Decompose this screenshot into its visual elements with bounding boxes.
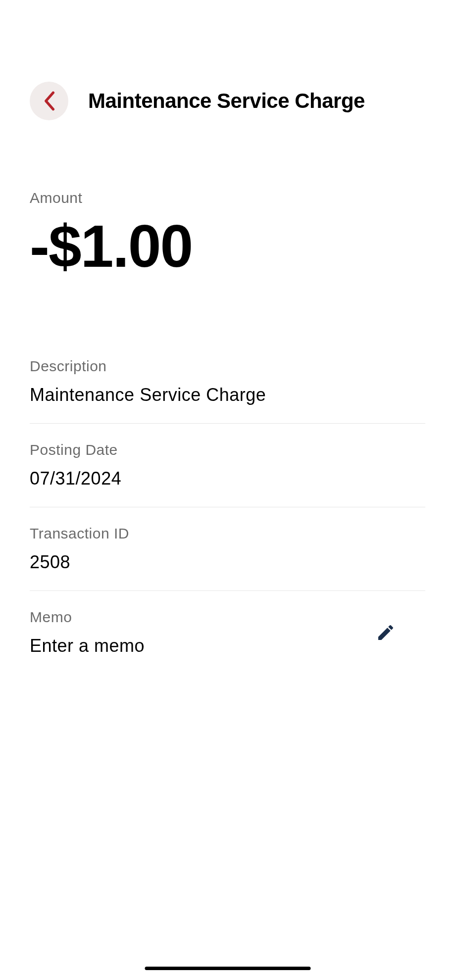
amount-section: Amount -$1.00	[30, 190, 425, 276]
transaction-id-value: 2508	[30, 552, 425, 573]
chevron-left-icon	[42, 91, 56, 111]
page-title: Maintenance Service Charge	[88, 89, 365, 113]
back-button[interactable]	[30, 82, 68, 120]
memo-label: Memo	[30, 609, 376, 626]
description-label: Description	[30, 358, 425, 375]
transaction-id-row: Transaction ID 2508	[30, 507, 425, 591]
edit-memo-button[interactable]	[376, 623, 396, 642]
pencil-icon	[376, 623, 396, 642]
amount-label: Amount	[30, 190, 425, 206]
memo-placeholder: Enter a memo	[30, 636, 376, 656]
content: Amount -$1.00 Description Maintenance Se…	[0, 120, 455, 674]
description-row: Description Maintenance Service Charge	[30, 340, 425, 424]
memo-row[interactable]: Memo Enter a memo	[30, 591, 425, 674]
header: Maintenance Service Charge	[0, 0, 455, 120]
memo-content: Memo Enter a memo	[30, 609, 376, 656]
description-value: Maintenance Service Charge	[30, 385, 425, 405]
posting-date-label: Posting Date	[30, 441, 425, 458]
amount-value: -$1.00	[30, 216, 425, 276]
transaction-id-label: Transaction ID	[30, 525, 425, 542]
posting-date-row: Posting Date 07/31/2024	[30, 424, 425, 507]
home-indicator[interactable]	[145, 967, 310, 970]
posting-date-value: 07/31/2024	[30, 468, 425, 489]
